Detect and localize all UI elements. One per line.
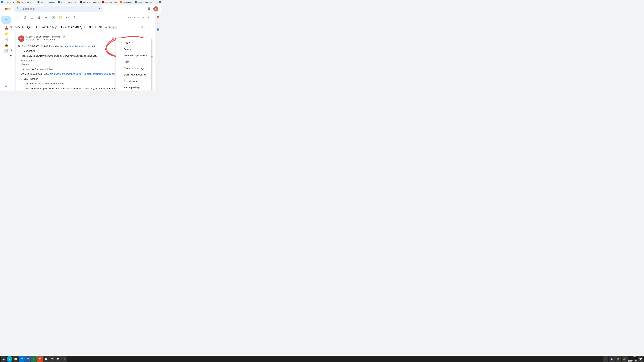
- next-email-button[interactable]: ›: [141, 15, 146, 20]
- sender-link-3[interactable]: emigrations@momentum.co.za: [84, 73, 114, 75]
- help-button[interactable]: ?: [138, 6, 144, 12]
- sender-link-1[interactable]: kmathios2@gmail.com: [66, 45, 89, 47]
- more-toolbar-button[interactable]: ⋮: [72, 15, 77, 20]
- header-icons: ? ⠿ K: [138, 6, 158, 12]
- sidebar-item-starred[interactable]: ⭐: [0, 31, 12, 36]
- inbox-badge: 75: [10, 26, 12, 28]
- compose-button[interactable]: ✏: [1, 16, 11, 24]
- apps-grid-button[interactable]: ⠿: [146, 6, 152, 12]
- snooze-button[interactable]: 🕐: [50, 15, 56, 20]
- archive-button[interactable]: 🗄: [22, 15, 28, 20]
- label-button[interactable]: 🏷: [64, 15, 70, 20]
- back-button[interactable]: ←: [15, 15, 21, 20]
- sender-email: <kmathios2@gmail.com>: [42, 35, 66, 38]
- context-menu: ↩ Reply ↪ Forward Filter messages like t…: [116, 38, 152, 90]
- email-subject-bar: 2nd REQUEST: Re: Policy: 01 001565487, J…: [15, 22, 152, 31]
- move-button[interactable]: 📁: [58, 15, 63, 20]
- sender-link-2[interactable]: emigrations@momentum.co.za: [50, 73, 81, 75]
- menu-item-reply[interactable]: ↩ Reply: [116, 39, 152, 46]
- right-panel: 📅 ✓ 👤: [154, 13, 161, 90]
- sender-name: Kharm Mathios: [26, 35, 41, 38]
- gmail-logo: Gmail: [2, 7, 11, 11]
- forward-menu-icon: ↪: [119, 47, 122, 51]
- bookmark-old-mutual[interactable]: Old Mutual – Login: [38, 1, 54, 3]
- drafts-badge: 116: [9, 49, 12, 51]
- sidebar-item-drafts[interactable]: 📝 116: [0, 48, 12, 54]
- sidebar: ✏ 📥 75 ⭐ 🕐 📤 📝 116 ⋯ 37: [0, 13, 13, 90]
- filter-menu-icon: [119, 54, 122, 57]
- inbox-badge-label: Inbox ×: [108, 26, 116, 29]
- settings-button[interactable]: ⚙: [146, 15, 152, 20]
- right-panel-divider: [158, 87, 158, 90]
- prev-email-button[interactable]: ‹: [136, 15, 140, 20]
- delete-button[interactable]: 🗑: [36, 15, 42, 20]
- sender-info: Kharm Mathios <kmathios2@gmail.com> to e…: [26, 35, 110, 41]
- bookmark-oo-webmail[interactable]: OO Webmail: [1, 1, 14, 3]
- block-menu-icon: [119, 73, 122, 76]
- delete-menu-icon: [119, 67, 122, 70]
- bookmark-other[interactable]: Other bookmarks: [159, 1, 161, 3]
- mark-unread-button[interactable]: ✉: [44, 15, 49, 20]
- gmail-header: Gmail 🔍 ▼ ? ⠿ K: [0, 4, 161, 13]
- right-panel-contacts[interactable]: 👤: [155, 27, 161, 32]
- menu-item-print[interactable]: Print: [116, 59, 152, 65]
- print-button[interactable]: 🖨: [139, 24, 145, 30]
- bookmark-sanport[interactable]: SanPort – Home: [102, 1, 117, 3]
- sidebar-item-sent[interactable]: 📤: [0, 43, 12, 48]
- to-line: to emigrations, Kharmen, EF ▼: [26, 38, 110, 41]
- expand-recipients-button[interactable]: ▼: [53, 38, 55, 41]
- bookmark-brokertools[interactable]: Brokertools: [120, 1, 132, 3]
- sidebar-item-inbox[interactable]: 📥 75: [0, 25, 12, 31]
- sender-avatar: K: [18, 35, 24, 42]
- print-menu-icon: [119, 60, 122, 63]
- bookmark-standard-bank[interactable]: Standard Bank Onli...: [135, 1, 154, 3]
- external-icon: ⇒: [104, 25, 107, 29]
- report-spam-button[interactable]: ⚠: [30, 15, 35, 20]
- menu-item-filter[interactable]: Filter messages like this: [116, 52, 152, 59]
- phishing-menu-icon: [119, 86, 122, 89]
- remove-inbox-label-button[interactable]: ×: [114, 26, 116, 28]
- search-input[interactable]: [22, 7, 97, 10]
- search-icon: 🔍: [16, 7, 20, 11]
- menu-item-delete[interactable]: Delete this message: [116, 65, 152, 71]
- pagination: 1 of 220 ‹ › ⚙: [128, 15, 152, 20]
- search-bar: 🔍 ▼: [14, 6, 104, 12]
- bookmark-astute[interactable]: Astute Online Login: [17, 1, 34, 3]
- avatar[interactable]: K: [153, 6, 158, 11]
- spam-menu-icon: [119, 79, 122, 83]
- bookmark-dashboard[interactable]: Dashboard – Discov...: [58, 1, 77, 3]
- reply-menu-icon: ↩: [119, 41, 122, 44]
- sidebar-item-snoozed[interactable]: 🕐: [0, 37, 12, 42]
- open-in-new-button[interactable]: ↗: [146, 24, 152, 30]
- email-subject: 2nd REQUEST: Re: Policy: 01 001565487, J…: [15, 25, 103, 29]
- menu-item-spam[interactable]: Report spam: [116, 78, 152, 84]
- bookmark-investec[interactable]: My Investec services: [80, 1, 99, 3]
- search-dropdown-button[interactable]: ▼: [98, 7, 101, 10]
- email-toolbar: ← 🗄 ⚠ 🗑 ✉ 🕐 📁 🏷 ⋮ 1 of 220 ‹ › ⚙: [15, 13, 152, 22]
- right-panel-tasks[interactable]: ✓: [155, 20, 161, 26]
- menu-item-phishing[interactable]: Report phishing: [116, 84, 152, 90]
- sidebar-item-add[interactable]: +: [0, 83, 12, 89]
- sidebar-item-more[interactable]: ⋯ 37: [0, 54, 12, 59]
- bookmarks-bar: OO Webmail | Astute Online Login | Old M…: [0, 0, 161, 4]
- more-badge: 37: [10, 55, 12, 57]
- menu-item-forward[interactable]: ↪ Forward: [116, 46, 152, 52]
- menu-item-block[interactable]: Block "Kharm Mathios": [116, 71, 152, 78]
- right-panel-calendar[interactable]: 📅: [155, 14, 161, 20]
